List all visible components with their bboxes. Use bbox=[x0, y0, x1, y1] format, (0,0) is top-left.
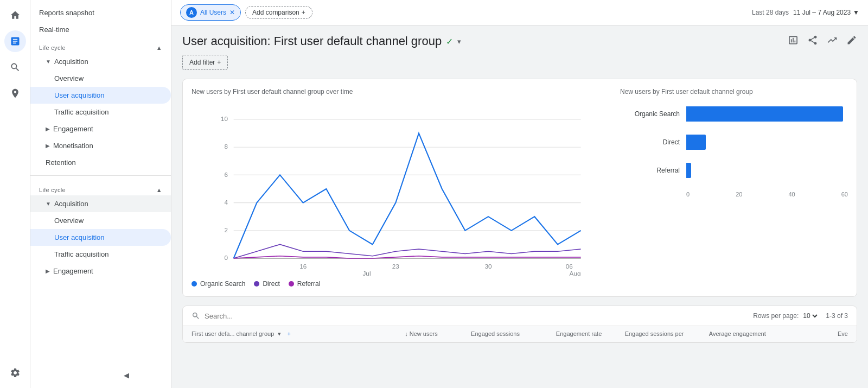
line-chart-svg: 10 8 6 4 2 0 bbox=[192, 102, 611, 276]
col-header-eve[interactable]: Eve bbox=[766, 330, 848, 338]
top-bar: A All Users ✕ Add comparison + Last 28 d… bbox=[171, 0, 868, 26]
sidebar-item-overview-2[interactable]: Overview bbox=[30, 212, 171, 229]
add-comparison-button[interactable]: Add comparison + bbox=[245, 6, 312, 19]
bar-fill-organic bbox=[686, 106, 843, 122]
settings-icon[interactable] bbox=[4, 362, 26, 384]
title-dropdown-icon[interactable]: ▾ bbox=[457, 37, 461, 46]
col-add-icon[interactable]: + bbox=[287, 330, 290, 337]
bar-axis-60: 60 bbox=[841, 191, 848, 198]
table-column-headers: First user defa... channel group ▾ + ↓ N… bbox=[183, 326, 857, 342]
line-chart-wrapper: 10 8 6 4 2 0 bbox=[192, 102, 611, 276]
col-header-channel[interactable]: First user defa... channel group ▾ + bbox=[192, 330, 356, 338]
table-search-input[interactable] bbox=[205, 312, 313, 320]
reports-snapshot-label: Reports snapshot bbox=[39, 9, 94, 17]
legend-organic-search: Organic Search bbox=[192, 280, 245, 288]
sidebar-item-traffic-acquisition-2[interactable]: Traffic acquisition bbox=[30, 246, 171, 263]
svg-text:10: 10 bbox=[221, 115, 228, 122]
sidebar-item-engagement-2[interactable]: ▶ Engagement bbox=[30, 263, 171, 279]
col-header-avg-engagement[interactable]: Average engagement bbox=[684, 330, 766, 338]
add-filter-button[interactable]: Add filter + bbox=[182, 55, 228, 70]
chart-legend: Organic Search Direct Referral bbox=[192, 280, 611, 288]
svg-text:4: 4 bbox=[224, 199, 228, 206]
bar-container-organic bbox=[686, 106, 848, 122]
analytics-icon[interactable] bbox=[4, 30, 26, 52]
share-icon[interactable] bbox=[807, 35, 818, 48]
verified-icon: ✓ bbox=[446, 36, 453, 47]
collapse-sidebar-icon[interactable]: ◀ bbox=[124, 371, 129, 379]
engagement-label-2: Engagement bbox=[53, 267, 93, 275]
svg-text:06: 06 bbox=[566, 263, 573, 270]
bar-axis-20: 20 bbox=[736, 191, 742, 198]
top-bar-left: A All Users ✕ Add comparison + bbox=[180, 4, 312, 21]
bar-chart-section: New users by First user default channel … bbox=[620, 88, 848, 288]
expand-icon-2: ▶ bbox=[46, 126, 50, 132]
legend-label-referral: Referral bbox=[297, 280, 321, 288]
chart-view-icon[interactable] bbox=[788, 35, 799, 48]
search-icon[interactable] bbox=[4, 56, 26, 78]
svg-text:16: 16 bbox=[299, 263, 307, 270]
rows-per-page: Rows per page: 10 25 50 bbox=[753, 311, 819, 320]
legend-dot-organic bbox=[192, 281, 197, 287]
sidebar-item-overview-1[interactable]: Overview bbox=[30, 70, 171, 87]
legend-label-direct: Direct bbox=[263, 280, 279, 288]
sidebar-item-traffic-acquisition-1[interactable]: Traffic acquisition bbox=[30, 104, 171, 120]
col-header-engaged-sessions[interactable]: Engaged sessions bbox=[438, 330, 520, 338]
line-chart-title: New users by First user default channel … bbox=[192, 88, 611, 96]
table-pagination: Rows per page: 10 25 50 1-3 of 3 bbox=[753, 311, 848, 320]
segment-close-icon: ✕ bbox=[229, 9, 235, 16]
content-area: User acquisition: First user default cha… bbox=[171, 26, 868, 388]
sidebar-item-reports-snapshot[interactable]: Reports snapshot bbox=[30, 4, 171, 21]
monetisation-label: Monetisation bbox=[53, 142, 93, 150]
bar-label-organic: Organic Search bbox=[620, 110, 680, 118]
sidebar-item-monetisation[interactable]: ▶ Monetisation bbox=[30, 137, 171, 154]
sidebar-item-user-acquisition-1[interactable]: User acquisition bbox=[30, 87, 171, 104]
sidebar-item-engagement-1[interactable]: ▶ Engagement bbox=[30, 120, 171, 137]
date-range-selector[interactable]: 11 Jul – 7 Aug 2023 ▼ bbox=[793, 9, 859, 16]
bar-label-direct: Direct bbox=[620, 138, 680, 146]
trend-icon[interactable] bbox=[827, 35, 838, 48]
all-users-segment[interactable]: A All Users ✕ bbox=[180, 4, 241, 21]
bar-axis: 0 20 40 60 bbox=[620, 191, 848, 198]
home-icon[interactable] bbox=[4, 4, 26, 26]
segment-label: All Users bbox=[200, 9, 226, 16]
bar-chart-title: New users by First user default channel … bbox=[620, 88, 848, 96]
top-bar-right: Last 28 days 11 Jul – 7 Aug 2023 ▼ bbox=[752, 9, 859, 16]
page-title: User acquisition: First user default cha… bbox=[182, 34, 442, 48]
sidebar-item-realtime[interactable]: Real-time bbox=[30, 21, 171, 38]
sidebar-item-acquisition-1[interactable]: ▼ Acquisition bbox=[30, 53, 171, 70]
expand-icon-3: ▶ bbox=[46, 143, 50, 149]
segment-avatar: A bbox=[186, 7, 197, 18]
sidebar-item-user-acquisition-2[interactable]: User acquisition bbox=[30, 229, 171, 246]
audience-icon[interactable] bbox=[4, 82, 26, 104]
edit-icon[interactable] bbox=[846, 35, 857, 48]
svg-text:Jul: Jul bbox=[363, 270, 371, 276]
bar-row-direct: Direct bbox=[620, 135, 848, 150]
overview-label-2: Overview bbox=[54, 217, 84, 225]
sidebar: Reports snapshot Real-time Life cycle ▲ … bbox=[30, 0, 171, 388]
lifecycle-section-header-2: Life cycle ▲ bbox=[30, 180, 171, 195]
rows-per-page-select[interactable]: 10 25 50 bbox=[801, 311, 819, 320]
legend-label-organic: Organic Search bbox=[200, 280, 245, 288]
svg-text:8: 8 bbox=[224, 143, 228, 150]
sidebar-item-acquisition-2[interactable]: ▼ Acquisition bbox=[30, 195, 171, 212]
svg-text:2: 2 bbox=[224, 226, 228, 233]
sidebar-item-retention[interactable]: Retention bbox=[30, 154, 171, 171]
col-header-new-users[interactable]: ↓ New users bbox=[356, 330, 438, 338]
retention-label: Retention bbox=[46, 158, 76, 167]
legend-referral: Referral bbox=[289, 280, 321, 288]
bar-axis-0: 0 bbox=[686, 191, 690, 198]
last-days-label: Last 28 days bbox=[752, 9, 789, 16]
page-header: User acquisition: First user default cha… bbox=[182, 34, 857, 48]
legend-direct: Direct bbox=[254, 280, 279, 288]
col-header-engaged-sessions-per[interactable]: Engaged sessions per bbox=[602, 330, 684, 338]
toolbar-icons bbox=[788, 35, 857, 48]
svg-text:30: 30 bbox=[484, 263, 492, 270]
date-range-chevron-icon: ▼ bbox=[853, 9, 859, 16]
bar-axis-40: 40 bbox=[788, 191, 795, 198]
svg-text:Aug: Aug bbox=[570, 270, 581, 276]
col-header-engagement-rate[interactable]: Engagement rate bbox=[520, 330, 602, 338]
charts-row: New users by First user default channel … bbox=[182, 79, 857, 297]
table-toolbar: Rows per page: 10 25 50 1-3 of 3 bbox=[183, 306, 857, 326]
search-box bbox=[192, 311, 313, 320]
bar-container-referral bbox=[686, 163, 848, 178]
